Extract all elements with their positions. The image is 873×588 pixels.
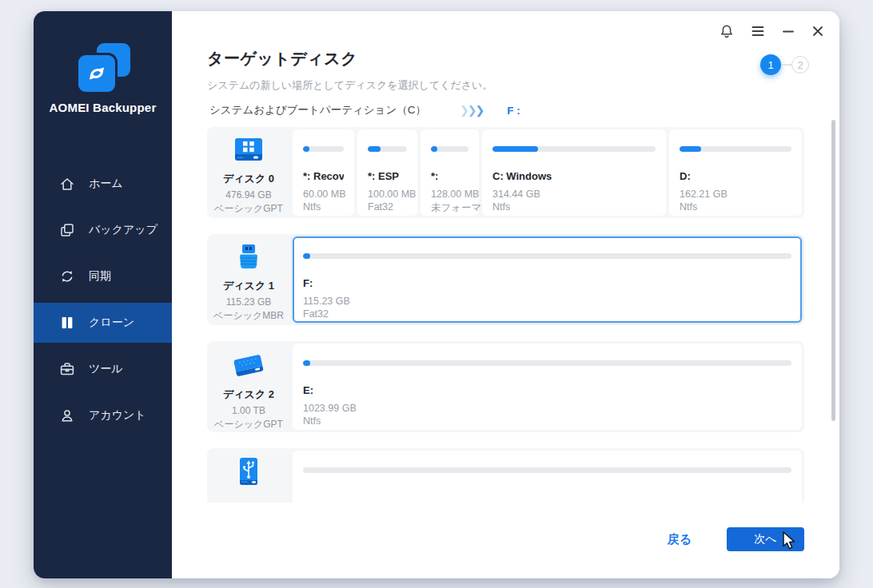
sidebar-item-label: バックアップ [89,223,157,237]
partition-card[interactable]: D:162.21 GBNtfs [669,129,802,216]
partition-size: 1023.99 GB [303,403,791,414]
back-button[interactable]: 戻る [668,532,692,547]
sidebar: AOMEI Backupper ホームバックアップ同期クローンツールアカウント [34,11,172,578]
disk-row-3[interactable] [207,448,804,503]
usage-bar [368,146,407,152]
sidebar-item-label: クローン [89,316,134,330]
partition-area: F:115.23 GBFat32 [290,234,804,325]
disk-name: ディスク 0 [207,172,290,186]
triple-chevron-icon: ❯❯❯ [460,104,483,117]
app-name: AOMEI Backupper [34,101,172,114]
sidebar-item-label: アカウント [89,408,146,423]
titlebar-icons [720,24,823,38]
sidebar-item-tools[interactable]: ツール [34,349,172,389]
partition-size: 128.00 MB [431,189,468,200]
step-2-badge: 2 [791,56,809,74]
app-logo-icon [76,43,130,94]
partition-filesystem: Fat32 [303,308,791,320]
partition-size: 314.44 GB [492,189,656,200]
disk-type: ベーシックGPT [207,418,290,431]
usage-bar [431,146,468,152]
partition-card[interactable]: *:128.00 MB未フォーマット [421,129,479,216]
sidebar-item-label: 同期 [89,269,111,284]
step-1-badge: 1 [760,54,781,75]
disk-row-2[interactable]: ディスク 21.00 TBベーシックGPTE:1023.99 GBNtfs [207,341,804,432]
clone-target-label: F : [507,105,520,117]
backup-icon [59,222,75,238]
partition-card[interactable]: F:115.23 GBFat32 [293,236,802,323]
sidebar-item-sync[interactable]: 同期 [34,256,172,296]
partition-filesystem: Ntfs [492,201,656,213]
partition-card[interactable] [293,451,802,503]
clone-path-bar: システムおよびブートパーティション（C） ❯❯❯ F : [209,103,839,117]
partition-area: *: Recovery60.00 MBNtfs*: ESP100.00 MBFa… [290,127,804,218]
usb-disk-icon [207,456,290,496]
disk-size: 1.00 TB [207,405,290,416]
page-title: ターゲットディスク [207,48,839,70]
disk-info: ディスク 21.00 TBベーシックGPT [207,341,290,432]
clone-icon [59,315,75,331]
step-indicator: 1 2 [760,54,809,75]
usage-bar [303,253,791,259]
disk-name: ディスク 1 [207,279,290,293]
page-subtitle: システムの新しい場所としてディスクを選択してください。 [207,78,839,93]
sync-icon [59,268,75,284]
usage-bar [492,146,656,152]
usage-bar [303,360,791,366]
disk-row-0[interactable]: ディスク 0476.94 GBベーシックGPT*: Recovery60.00 … [207,127,804,218]
partition-label: D: [680,170,791,182]
sidebar-nav: ホームバックアップ同期クローンツールアカウント [34,164,172,435]
clone-source-label: システムおよびブートパーティション（C） [209,103,426,117]
footer-actions: 戻る 次へ [668,527,804,551]
sidebar-item-backup[interactable]: バックアップ [34,210,172,250]
internal-disk-icon [207,135,290,170]
main-panel: 1 2 ターゲットディスク システムの新しい場所としてディスクを選択してください… [172,11,839,578]
partition-label: F: [303,277,791,289]
bell-icon[interactable] [720,24,733,38]
partition-label: *: Recovery [303,170,344,182]
partition-label: C: Windows [492,170,656,182]
partition-size: 60.00 MB [303,189,344,200]
usage-bar [303,146,344,152]
tools-icon [59,361,75,377]
partition-filesystem: Ntfs [303,201,344,213]
step-connector [781,64,791,66]
next-button[interactable]: 次へ [727,527,804,551]
usage-bar [303,467,791,473]
disk-info [207,448,290,503]
sidebar-item-account[interactable]: アカウント [34,395,172,435]
partition-area: E:1023.99 GBNtfs [290,341,804,432]
disk-type: ベーシックMBR [207,309,290,323]
disk-size: 115.23 GB [207,296,290,308]
sidebar-item-clone[interactable]: クローン [34,303,172,343]
close-icon[interactable] [812,24,823,38]
usage-bar [680,146,791,152]
partition-filesystem: 未フォーマット [431,201,468,215]
scrollbar-thumb[interactable] [831,120,835,421]
menu-icon[interactable] [751,24,764,38]
partition-card[interactable]: E:1023.99 GBNtfs [293,344,802,430]
app-window: AOMEI Backupper ホームバックアップ同期クローンツールアカウント … [34,11,839,578]
partition-size: 115.23 GB [303,296,791,307]
partition-size: 162.21 GB [680,189,791,200]
partition-card[interactable]: *: ESP100.00 MBFat32 [357,129,417,216]
partition-area [290,448,804,503]
sidebar-item-home[interactable]: ホーム [34,164,172,204]
partition-card[interactable]: *: Recovery60.00 MBNtfs [293,129,354,216]
home-icon [59,176,75,192]
partition-filesystem: Ntfs [303,415,791,427]
account-icon [59,407,75,423]
external-disk-icon [207,349,290,386]
partition-label: *: ESP [368,170,407,182]
partition-filesystem: Ntfs [680,201,791,213]
usb-stick-icon [207,242,290,277]
disk-info: ディスク 0476.94 GBベーシックGPT [207,127,290,218]
partition-card[interactable]: C: Windows314.44 GBNtfs [482,129,666,216]
disk-row-1[interactable]: ディスク 1115.23 GBベーシックMBRF:115.23 GBFat32 [207,234,804,325]
disk-type: ベーシックGPT [207,202,290,216]
minimize-icon[interactable] [783,24,794,38]
disk-name: ディスク 2 [207,387,290,402]
partition-label: E: [303,384,791,396]
partition-label: *: [431,170,468,182]
sidebar-item-label: ホーム [89,177,123,191]
